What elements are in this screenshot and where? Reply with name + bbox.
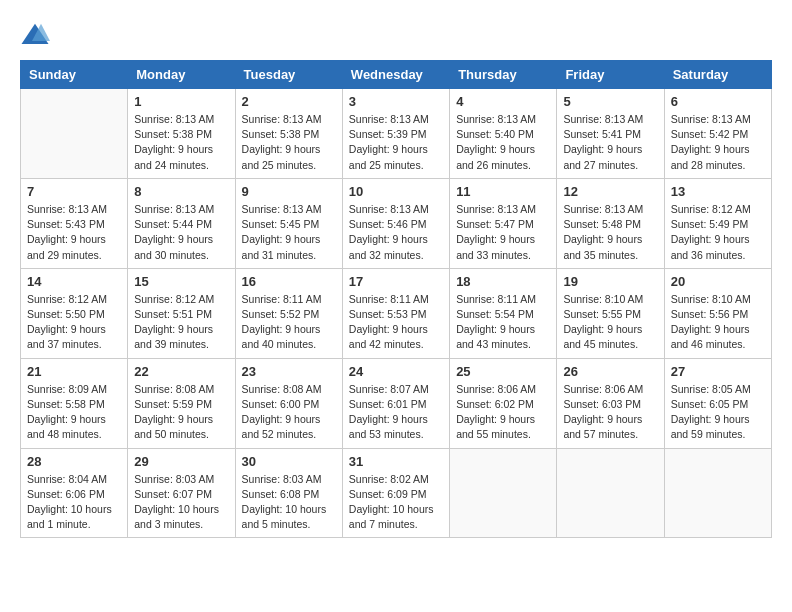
day-number: 31 xyxy=(349,454,443,469)
day-info: Sunrise: 8:12 AMSunset: 5:49 PMDaylight:… xyxy=(671,202,765,263)
day-number: 21 xyxy=(27,364,121,379)
calendar-cell: 16Sunrise: 8:11 AMSunset: 5:52 PMDayligh… xyxy=(235,268,342,358)
day-info: Sunrise: 8:06 AMSunset: 6:03 PMDaylight:… xyxy=(563,382,657,443)
day-info: Sunrise: 8:13 AMSunset: 5:48 PMDaylight:… xyxy=(563,202,657,263)
day-number: 27 xyxy=(671,364,765,379)
calendar-cell: 21Sunrise: 8:09 AMSunset: 5:58 PMDayligh… xyxy=(21,358,128,448)
day-number: 9 xyxy=(242,184,336,199)
day-number: 7 xyxy=(27,184,121,199)
logo xyxy=(20,20,54,50)
calendar-cell: 23Sunrise: 8:08 AMSunset: 6:00 PMDayligh… xyxy=(235,358,342,448)
day-info: Sunrise: 8:04 AMSunset: 6:06 PMDaylight:… xyxy=(27,472,121,533)
day-number: 14 xyxy=(27,274,121,289)
day-number: 19 xyxy=(563,274,657,289)
calendar-cell: 2Sunrise: 8:13 AMSunset: 5:38 PMDaylight… xyxy=(235,89,342,179)
day-info: Sunrise: 8:09 AMSunset: 5:58 PMDaylight:… xyxy=(27,382,121,443)
day-info: Sunrise: 8:11 AMSunset: 5:54 PMDaylight:… xyxy=(456,292,550,353)
day-number: 30 xyxy=(242,454,336,469)
calendar-cell: 31Sunrise: 8:02 AMSunset: 6:09 PMDayligh… xyxy=(342,448,449,538)
day-number: 16 xyxy=(242,274,336,289)
day-number: 3 xyxy=(349,94,443,109)
calendar-cell: 26Sunrise: 8:06 AMSunset: 6:03 PMDayligh… xyxy=(557,358,664,448)
day-info: Sunrise: 8:08 AMSunset: 6:00 PMDaylight:… xyxy=(242,382,336,443)
calendar-cell: 13Sunrise: 8:12 AMSunset: 5:49 PMDayligh… xyxy=(664,178,771,268)
calendar-cell: 28Sunrise: 8:04 AMSunset: 6:06 PMDayligh… xyxy=(21,448,128,538)
weekday-header: Friday xyxy=(557,61,664,89)
day-info: Sunrise: 8:10 AMSunset: 5:55 PMDaylight:… xyxy=(563,292,657,353)
day-info: Sunrise: 8:13 AMSunset: 5:44 PMDaylight:… xyxy=(134,202,228,263)
day-number: 29 xyxy=(134,454,228,469)
day-number: 23 xyxy=(242,364,336,379)
calendar-cell: 30Sunrise: 8:03 AMSunset: 6:08 PMDayligh… xyxy=(235,448,342,538)
calendar-cell: 15Sunrise: 8:12 AMSunset: 5:51 PMDayligh… xyxy=(128,268,235,358)
calendar-week-row: 1Sunrise: 8:13 AMSunset: 5:38 PMDaylight… xyxy=(21,89,772,179)
day-info: Sunrise: 8:10 AMSunset: 5:56 PMDaylight:… xyxy=(671,292,765,353)
calendar-cell xyxy=(21,89,128,179)
weekday-header-row: SundayMondayTuesdayWednesdayThursdayFrid… xyxy=(21,61,772,89)
calendar-cell: 27Sunrise: 8:05 AMSunset: 6:05 PMDayligh… xyxy=(664,358,771,448)
day-number: 2 xyxy=(242,94,336,109)
calendar-cell: 3Sunrise: 8:13 AMSunset: 5:39 PMDaylight… xyxy=(342,89,449,179)
weekday-header: Monday xyxy=(128,61,235,89)
day-number: 25 xyxy=(456,364,550,379)
day-number: 17 xyxy=(349,274,443,289)
weekday-header: Tuesday xyxy=(235,61,342,89)
weekday-header: Sunday xyxy=(21,61,128,89)
calendar-cell: 9Sunrise: 8:13 AMSunset: 5:45 PMDaylight… xyxy=(235,178,342,268)
day-number: 20 xyxy=(671,274,765,289)
day-info: Sunrise: 8:03 AMSunset: 6:08 PMDaylight:… xyxy=(242,472,336,533)
calendar-cell: 12Sunrise: 8:13 AMSunset: 5:48 PMDayligh… xyxy=(557,178,664,268)
day-number: 28 xyxy=(27,454,121,469)
day-number: 18 xyxy=(456,274,550,289)
day-info: Sunrise: 8:08 AMSunset: 5:59 PMDaylight:… xyxy=(134,382,228,443)
day-number: 10 xyxy=(349,184,443,199)
calendar-cell: 19Sunrise: 8:10 AMSunset: 5:55 PMDayligh… xyxy=(557,268,664,358)
day-info: Sunrise: 8:13 AMSunset: 5:40 PMDaylight:… xyxy=(456,112,550,173)
calendar-cell xyxy=(664,448,771,538)
day-info: Sunrise: 8:13 AMSunset: 5:39 PMDaylight:… xyxy=(349,112,443,173)
day-info: Sunrise: 8:13 AMSunset: 5:42 PMDaylight:… xyxy=(671,112,765,173)
day-number: 8 xyxy=(134,184,228,199)
calendar-cell: 6Sunrise: 8:13 AMSunset: 5:42 PMDaylight… xyxy=(664,89,771,179)
day-number: 26 xyxy=(563,364,657,379)
day-number: 13 xyxy=(671,184,765,199)
calendar-week-row: 14Sunrise: 8:12 AMSunset: 5:50 PMDayligh… xyxy=(21,268,772,358)
day-info: Sunrise: 8:13 AMSunset: 5:38 PMDaylight:… xyxy=(134,112,228,173)
calendar-cell: 25Sunrise: 8:06 AMSunset: 6:02 PMDayligh… xyxy=(450,358,557,448)
day-number: 24 xyxy=(349,364,443,379)
calendar-cell: 11Sunrise: 8:13 AMSunset: 5:47 PMDayligh… xyxy=(450,178,557,268)
day-info: Sunrise: 8:13 AMSunset: 5:45 PMDaylight:… xyxy=(242,202,336,263)
day-number: 4 xyxy=(456,94,550,109)
logo-icon xyxy=(20,20,50,50)
calendar-cell: 29Sunrise: 8:03 AMSunset: 6:07 PMDayligh… xyxy=(128,448,235,538)
calendar-table: SundayMondayTuesdayWednesdayThursdayFrid… xyxy=(20,60,772,538)
calendar-cell xyxy=(557,448,664,538)
calendar-cell: 18Sunrise: 8:11 AMSunset: 5:54 PMDayligh… xyxy=(450,268,557,358)
calendar-cell: 1Sunrise: 8:13 AMSunset: 5:38 PMDaylight… xyxy=(128,89,235,179)
calendar-cell: 4Sunrise: 8:13 AMSunset: 5:40 PMDaylight… xyxy=(450,89,557,179)
day-info: Sunrise: 8:06 AMSunset: 6:02 PMDaylight:… xyxy=(456,382,550,443)
calendar-cell: 20Sunrise: 8:10 AMSunset: 5:56 PMDayligh… xyxy=(664,268,771,358)
calendar-cell: 24Sunrise: 8:07 AMSunset: 6:01 PMDayligh… xyxy=(342,358,449,448)
weekday-header: Wednesday xyxy=(342,61,449,89)
calendar-week-row: 21Sunrise: 8:09 AMSunset: 5:58 PMDayligh… xyxy=(21,358,772,448)
day-info: Sunrise: 8:11 AMSunset: 5:52 PMDaylight:… xyxy=(242,292,336,353)
day-number: 12 xyxy=(563,184,657,199)
calendar-cell: 17Sunrise: 8:11 AMSunset: 5:53 PMDayligh… xyxy=(342,268,449,358)
day-number: 22 xyxy=(134,364,228,379)
day-number: 11 xyxy=(456,184,550,199)
day-info: Sunrise: 8:11 AMSunset: 5:53 PMDaylight:… xyxy=(349,292,443,353)
day-number: 1 xyxy=(134,94,228,109)
calendar-week-row: 7Sunrise: 8:13 AMSunset: 5:43 PMDaylight… xyxy=(21,178,772,268)
page-header xyxy=(20,20,772,50)
calendar-cell: 5Sunrise: 8:13 AMSunset: 5:41 PMDaylight… xyxy=(557,89,664,179)
day-info: Sunrise: 8:05 AMSunset: 6:05 PMDaylight:… xyxy=(671,382,765,443)
day-info: Sunrise: 8:12 AMSunset: 5:51 PMDaylight:… xyxy=(134,292,228,353)
calendar-week-row: 28Sunrise: 8:04 AMSunset: 6:06 PMDayligh… xyxy=(21,448,772,538)
day-info: Sunrise: 8:12 AMSunset: 5:50 PMDaylight:… xyxy=(27,292,121,353)
day-info: Sunrise: 8:03 AMSunset: 6:07 PMDaylight:… xyxy=(134,472,228,533)
day-number: 15 xyxy=(134,274,228,289)
day-info: Sunrise: 8:13 AMSunset: 5:38 PMDaylight:… xyxy=(242,112,336,173)
day-info: Sunrise: 8:13 AMSunset: 5:47 PMDaylight:… xyxy=(456,202,550,263)
calendar-cell: 7Sunrise: 8:13 AMSunset: 5:43 PMDaylight… xyxy=(21,178,128,268)
